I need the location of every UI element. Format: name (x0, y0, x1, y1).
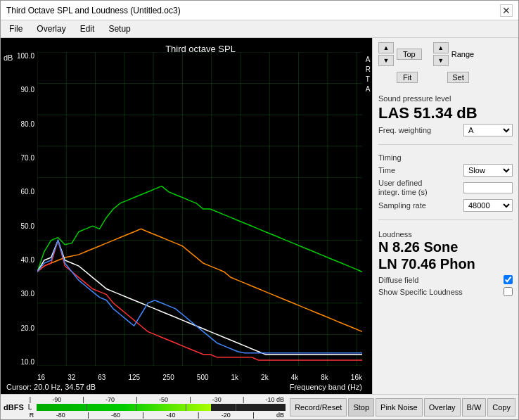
x-axis-labels: 16 32 63 125 250 500 1k 2k 4k 8k 16k (37, 374, 362, 381)
range-nav-group: ▲ ▼ (433, 42, 449, 66)
action-buttons: Record/Reset Stop Pink Noise Overlay B/W… (290, 398, 515, 416)
copy-button[interactable]: Copy (487, 398, 515, 416)
spl-section: Sound pressure level LAS 51.34 dB Freq. … (378, 91, 513, 139)
time-row: Time Fast Slow Impulse User (378, 164, 513, 177)
set-button[interactable]: Set (447, 72, 469, 83)
overlay-button[interactable]: Overlay (424, 398, 461, 416)
meter-label--50t: | (136, 396, 137, 403)
user-integr-label: User definedintegr. time (s) (378, 179, 463, 197)
bw-button[interactable]: B/W (462, 398, 487, 416)
fit-controls: Fit Set (378, 72, 513, 83)
sampling-rate-row: Sampling rate 44100 48000 96000 (378, 199, 513, 212)
top-button[interactable]: Top (397, 49, 422, 60)
pink-noise-button[interactable]: Pink Noise (376, 398, 423, 416)
y-axis: 100.0 90.0 80.0 70.0 60.0 50.0 40.0 30.0… (1, 52, 37, 366)
meter-bottom-labels: R -80 | -60 | -40 | -20 | dB (28, 412, 286, 419)
meter-label-dbt: | (252, 412, 254, 419)
menu-file[interactable]: File (6, 23, 25, 35)
l-channel-label: L (28, 403, 35, 411)
top-down-button[interactable]: ▼ (378, 55, 394, 66)
y-label-40: 40.0 (21, 256, 37, 264)
x-label-32: 32 (68, 374, 75, 381)
menu-edit[interactable]: Edit (77, 23, 98, 35)
meter-label--30t: | (189, 396, 191, 403)
meter-area: | -90 | -70 | -50 | -30 | -10 dB L (28, 396, 286, 419)
main-content: Third octave SPL 100.0 90.0 80.0 70.0 60… (1, 38, 518, 394)
y-label-90: 90.0 (21, 86, 37, 94)
nav-controls: ▲ ▼ Top ▲ ▼ Range (378, 42, 513, 66)
meter-label--40t: | (143, 412, 144, 419)
meter-label--60t: | (87, 412, 89, 419)
top-nav-group: ▲ ▼ (378, 42, 394, 66)
y-label-50: 50.0 (21, 222, 37, 230)
user-integr-input[interactable]: 10 (463, 182, 513, 193)
l-meter-row: L (28, 404, 286, 411)
timing-title: Timing (378, 153, 513, 162)
record-reset-button[interactable]: Record/Reset (290, 398, 347, 416)
x-label-4k: 4k (291, 374, 299, 381)
meter-label--50v: -50 (159, 396, 168, 403)
range-down-button[interactable]: ▼ (433, 55, 449, 66)
diffuse-field-row: Diffuse field (378, 275, 513, 284)
dbfs-label: dBFS (4, 403, 24, 412)
x-label-2k: 2k (261, 374, 269, 381)
meter-label--30v: -30 (212, 396, 222, 403)
sampling-rate-select[interactable]: 44100 48000 96000 (463, 199, 513, 212)
y-label-70: 70.0 (21, 154, 37, 162)
right-panel: ▲ ▼ Top ▲ ▼ Range Fit Set Sound (372, 38, 518, 394)
time-select[interactable]: Fast Slow Impulse User (463, 164, 513, 177)
show-specific-row: Show Specific Loudness (378, 287, 513, 296)
loudness-title: Loudness (378, 230, 513, 238)
menu-setup[interactable]: Setup (105, 23, 133, 35)
window-title: Third Octave SPL and Loudness (Untitled.… (6, 6, 181, 15)
meter-top-labels: | -90 | -70 | -50 | -30 | -10 dB (28, 396, 286, 403)
x-label-16k: 16k (351, 374, 362, 381)
timing-section: Timing Time Fast Slow Impulse User User … (378, 153, 513, 214)
meter-label--80v: -80 (56, 412, 65, 419)
range-up-button[interactable]: ▲ (433, 42, 449, 53)
stop-button[interactable]: Stop (348, 398, 374, 416)
meter-label--40v: -40 (166, 412, 175, 419)
meter-label--70v: -70 (105, 396, 115, 403)
fit-button[interactable]: Fit (397, 72, 418, 83)
top-up-button[interactable]: ▲ (378, 42, 394, 53)
y-label-20: 20.0 (21, 324, 37, 332)
x-label-8k: 8k (321, 374, 328, 381)
meter-label--90v: -90 (52, 396, 61, 403)
ln-value: LN 70.46 Phon (378, 255, 513, 272)
freq-weighting-label: Freq. weighting (378, 126, 463, 134)
menu-bar: File Overlay Edit Setup (1, 20, 518, 38)
x-label-1k: 1k (231, 374, 239, 381)
x-label-250: 250 (162, 374, 174, 381)
freq-weighting-row: Freq. weighting A B C Z (378, 124, 513, 136)
freq-weighting-select[interactable]: A B C Z (463, 124, 513, 136)
show-specific-label: Show Specific Loudness (378, 288, 463, 296)
n-value: N 8.26 Sone (378, 238, 513, 255)
x-label-125: 125 (128, 374, 140, 381)
x-label-500: 500 (197, 374, 209, 381)
r-label-prefix: R (30, 412, 34, 419)
x-label-63: 63 (98, 374, 105, 381)
chart-title: Third octave SPL (43, 41, 358, 56)
bottom-bar: dBFS | -90 | -70 | -50 | -30 | -10 dB L (1, 394, 518, 419)
meter-label--20t: | (198, 412, 199, 419)
show-specific-checkbox[interactable] (504, 287, 513, 296)
y-label-10: 10.0 (21, 358, 37, 366)
menu-overlay[interactable]: Overlay (34, 23, 68, 35)
meter-label--10v: -10 dB (265, 396, 284, 403)
diffuse-field-label: Diffuse field (378, 276, 418, 284)
range-label: Range (451, 50, 474, 58)
time-label: Time (378, 166, 463, 174)
loudness-section: Loudness N 8.26 Sone LN 70.46 Phon Diffu… (378, 230, 513, 296)
l-meter-bar (37, 404, 286, 411)
l-meter-fill (37, 404, 211, 411)
spl-value: LAS 51.34 dB (378, 104, 513, 122)
diffuse-field-checkbox[interactable] (504, 275, 513, 284)
meter-label--90: | (30, 396, 31, 403)
chart-svg (37, 52, 362, 366)
cursor-info: Cursor: 20.0 Hz, 34.57 dB (6, 383, 96, 391)
y-label-60: 60.0 (21, 188, 37, 196)
close-button[interactable]: ✕ (500, 4, 513, 17)
user-integr-row: User definedintegr. time (s) 10 (378, 179, 513, 197)
meter-label--70t: | (83, 396, 84, 403)
